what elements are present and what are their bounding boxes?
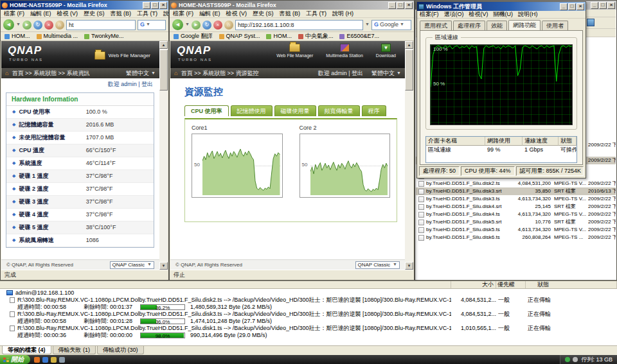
scroll-up-icon[interactable]: ▲ [405,41,413,49]
bookmark-item[interactable]: HOM... [4,33,30,39]
menu-item[interactable]: 檢視 (V) [226,10,247,17]
menu-item[interactable]: 檢視(V) [469,11,488,17]
bookmark-item[interactable]: QNAP Syst... [219,33,260,39]
vertical-scrollbar[interactable]: ▲ ▼ [405,41,413,270]
scroll-down-icon[interactable]: ▼ [159,262,168,270]
taskman-tab[interactable]: 效能 [487,21,507,30]
file-row[interactable]: by.TrueHD.DD51.F_Silu.disk3.ts4,613,734,… [416,195,616,203]
bookmark-item[interactable]: 中央氣象... [298,33,334,39]
file-row[interactable]: by.TrueHD.DD51.F_Silu.disk6.ts260,808,26… [416,234,616,241]
firefox-titlebar[interactable]: HOME-NASTS509P - Mozilla Firefox _ □ × [1,1,168,10]
close-button[interactable]: × [607,2,615,9]
file-row[interactable]: by.TrueHD.DD51.F_Silu.disk3.srt35,850SRT… [416,187,616,195]
antivirus-icon[interactable] [565,357,570,362]
queue-item-row[interactable]: R:\300.Blu-Ray.REMUX.VC-1.1080p.LPCM.Dol… [0,297,617,304]
bookmark-item[interactable]: Google 翻譯 [174,33,213,39]
resource-tab[interactable]: 程序 [362,105,386,116]
column-header[interactable]: 狀態 [559,137,577,146]
firefox-titlebar[interactable]: HOME-NASTS509P - Mozilla Firefox _ □ × [170,1,414,10]
outlook-icon[interactable] [51,357,57,363]
queue-item-row[interactable]: R:\300.Blu-Ray.REMUX.VC-1.1080p.LPCM.Dol… [0,311,617,318]
home-button[interactable]: ⌂ [55,21,64,30]
app-shortcut[interactable]: Web File Manager [276,44,313,58]
maximize-button[interactable]: □ [568,3,576,10]
show-desktop-icon[interactable] [59,357,65,363]
bookmark-item[interactable]: Multimedia ... [37,33,78,39]
queue-column-size[interactable]: 大小 [451,281,496,288]
address-bar[interactable] [66,20,136,30]
resource-tab[interactable]: 記憶體使用 [231,105,273,116]
menu-item[interactable]: 檔案 (F) [173,10,193,17]
maximize-button[interactable]: □ [397,2,404,9]
resource-tab[interactable]: 頻寬傳輸量 [318,105,360,116]
address-dropdown-icon[interactable]: ▼ [365,22,370,27]
queue-column-local[interactable] [0,281,451,288]
scroll-up-icon[interactable]: ▲ [159,41,168,49]
internet-explorer-icon[interactable] [42,357,48,363]
welcome-logout-links[interactable]: 歡迎 admin | 登出 [318,70,363,76]
app-shortcut[interactable]: ▼Download [376,44,396,58]
app-shortcut[interactable]: Web File Manager [94,51,150,60]
bookmark-item[interactable]: E6500&E7... [339,33,379,39]
refresh-button[interactable]: ↻ [33,21,42,30]
stop-button[interactable]: × [213,21,222,30]
file-row[interactable]: by.TrueHD.DD51.F_Silu.disk2.ts4,084,531,… [416,180,616,187]
refresh-button[interactable]: ↻ [202,21,211,30]
menu-item[interactable]: 歷史 (S) [253,10,274,17]
menu-item[interactable]: 書籤 (B) [111,10,132,17]
search-box[interactable]: G Google ▼ [371,20,411,30]
bookmark-item[interactable]: TwonkyMe... [84,33,124,39]
menu-item[interactable]: 編輯 (E) [199,10,220,17]
menu-item[interactable]: 工具 (T) [137,10,157,17]
search-engine-dropdown-icon[interactable]: ▼ [146,22,150,27]
stop-button[interactable]: × [44,21,53,30]
back-button[interactable]: ◄ [172,19,183,30]
maximize-button[interactable]: □ [599,2,607,9]
taskman-tab[interactable]: 網路功能 [508,20,541,30]
adapter-row[interactable]: 區域連線99 %1 Gbps可操作的 [426,146,577,154]
close-button[interactable]: × [405,2,413,9]
search-engine-dropdown-icon[interactable]: ▼ [400,22,404,27]
forward-button[interactable]: ► [192,21,201,30]
menu-item[interactable]: 說明(H) [518,11,538,17]
file-row[interactable]: by.TrueHD.DD51.F_Silu.disk4.ts4,613,734,… [416,211,616,218]
home-button[interactable]: ⌂ [224,21,233,30]
search-box[interactable]: G ▼ [138,20,166,30]
start-button[interactable]: 開始 [0,355,30,364]
minimize-button[interactable]: _ [591,2,598,9]
taskman-titlebar[interactable]: Windows 工作管理員 _ □ × [417,2,586,11]
back-button[interactable]: ◄ [3,19,14,30]
resource-tab[interactable]: CPU 使用率 [184,105,229,116]
column-header[interactable]: 連線速度 [523,137,559,146]
menu-item[interactable]: 工具 (T) [306,10,326,17]
queue-tab[interactable]: 傳輸失敗 (1) [53,346,96,354]
theme-select[interactable]: QNAP Classic ▼ [355,261,400,269]
menu-item[interactable]: 檢視 (V) [57,10,78,17]
close-button[interactable]: × [159,2,167,9]
volume-icon[interactable] [573,357,578,362]
toolbar-icon[interactable] [587,19,595,26]
queue-column-priority[interactable]: 優先權 [496,281,526,288]
taskman-tab[interactable]: 使用者 [542,21,568,30]
welcome-logout-links[interactable]: 歡迎 admin | 登出 [108,81,153,87]
close-button[interactable]: × [577,3,584,10]
history-dropdown-icon[interactable]: ▼ [185,22,190,27]
menu-item[interactable]: 檔案 (F) [4,10,24,17]
menu-item[interactable]: 關機(U) [494,11,514,17]
taskman-tab[interactable]: 處理程序 [453,21,485,30]
language-label[interactable]: 繁體中文 [371,70,395,76]
scrollbar-thumb[interactable] [159,49,168,91]
taskman-tab[interactable]: 應用程式 [420,21,452,30]
minimize-button[interactable]: _ [560,3,568,10]
menu-item[interactable]: 說明 (H) [163,10,168,17]
address-bar[interactable] [235,20,363,30]
queue-tab[interactable]: 傳輸成功 (30) [97,346,144,354]
bookmark-item[interactable]: HOM... [266,33,292,39]
column-header[interactable]: 網路使用 [485,137,523,146]
minimize-button[interactable]: _ [143,2,150,9]
menu-item[interactable]: 說明 (H) [332,10,353,17]
column-header[interactable]: 介面卡名稱 [426,137,485,146]
app-shortcut[interactable]: Multimedia Station [326,44,363,58]
theme-select[interactable]: QNAP Classic ▼ [110,261,154,269]
menu-item[interactable]: 檔案(F) [420,11,439,17]
